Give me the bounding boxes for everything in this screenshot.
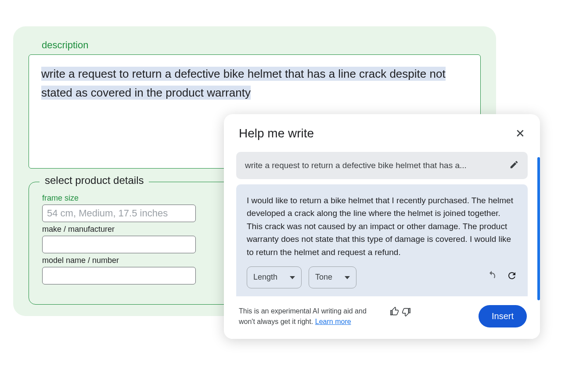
chevron-down-icon (290, 276, 295, 279)
description-label: description (42, 40, 481, 51)
prompt-row[interactable]: write a request to return a defective bi… (236, 152, 528, 179)
tone-label: Tone (315, 271, 332, 284)
learn-more-link[interactable]: Learn more (315, 318, 351, 325)
frame-size-label: frame size (42, 194, 226, 203)
edit-icon[interactable] (509, 160, 519, 171)
thumbs-up-icon[interactable] (390, 307, 399, 318)
fieldset-legend: select product details (40, 174, 149, 187)
response-text: I would like to return a bike helmet tha… (247, 194, 517, 259)
make-input[interactable] (42, 236, 196, 253)
prompt-text: write a request to return a defective bi… (245, 161, 467, 170)
description-text: write a request to return a defective bi… (41, 67, 446, 100)
undo-icon[interactable] (486, 270, 497, 284)
close-icon[interactable]: ✕ (515, 128, 525, 139)
redo-icon[interactable] (507, 270, 517, 284)
make-label: make / manufacturer (42, 225, 226, 234)
product-details-fieldset: select product details frame size make /… (29, 182, 239, 305)
disclaimer-text: This is an experimental AI writing aid a… (239, 306, 384, 327)
tone-dropdown[interactable]: Tone (309, 266, 356, 288)
scrollbar[interactable] (537, 157, 540, 300)
chevron-down-icon (345, 276, 350, 279)
length-dropdown[interactable]: Length (247, 266, 302, 288)
model-label: model name / number (42, 256, 226, 265)
popover-footer: This is an experimental AI writing aid a… (224, 296, 540, 339)
popover-title: Help me write (239, 126, 314, 140)
length-label: Length (253, 271, 277, 284)
popover-header: Help me write ✕ (224, 114, 540, 148)
help-me-write-popover: Help me write ✕ write a request to retur… (224, 114, 540, 339)
model-input[interactable] (42, 267, 196, 284)
insert-button[interactable]: Insert (479, 305, 527, 327)
response-controls: Length Tone (247, 266, 517, 288)
thumbs-down-icon[interactable] (401, 307, 411, 318)
response-box: I would like to return a bike helmet tha… (236, 184, 528, 296)
frame-size-input[interactable] (42, 205, 196, 222)
